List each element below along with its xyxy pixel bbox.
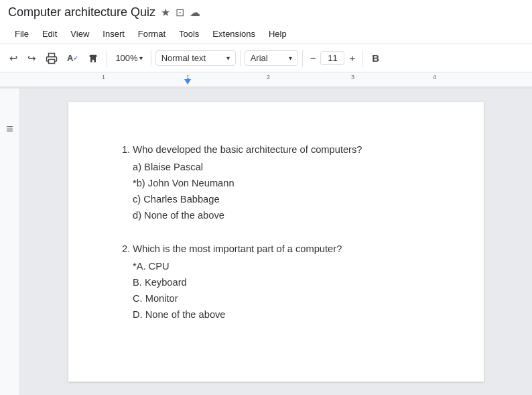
cloud-icon[interactable]: ☁ — [190, 6, 200, 19]
paintformat-button[interactable] — [84, 50, 103, 66]
menu-help[interactable]: Help — [262, 26, 293, 42]
menu-tools[interactable]: Tools — [172, 26, 206, 42]
font-dropdown[interactable]: Arial ▾ — [245, 50, 298, 66]
star-icon[interactable]: ★ — [161, 6, 170, 19]
svg-rect-0 — [49, 59, 55, 63]
style-arrow: ▾ — [226, 54, 230, 62]
question-2-body: Which is the most important part of a co… — [133, 243, 342, 254]
ruler: 1 1 2 3 4 — [0, 72, 532, 89]
font-size-value[interactable]: 11 — [320, 51, 344, 65]
undo-button[interactable]: ↩ — [5, 50, 22, 67]
question-2-number: 2. — [122, 243, 133, 254]
zoom-label: 100% — [115, 53, 137, 63]
style-label: Normal text — [161, 53, 206, 63]
question-2-text: 2. Which is the most important part of a… — [122, 241, 430, 256]
menu-edit[interactable]: Edit — [36, 26, 64, 42]
divider-2 — [151, 50, 151, 66]
question-1-body: Who developed the basic architecture of … — [133, 144, 362, 155]
document-title: Computer architecture Quiz — [8, 5, 155, 19]
menu-file[interactable]: File — [8, 26, 36, 42]
question-1-number: 1. — [122, 144, 133, 155]
ruler-ticks — [0, 72, 532, 88]
menu-insert[interactable]: Insert — [96, 26, 131, 42]
ruler-canvas: 1 1 2 3 4 — [0, 72, 532, 88]
menu-bar: File Edit View Insert Format Tools Exten… — [0, 24, 532, 44]
divider-3 — [240, 50, 241, 66]
font-arrow: ▾ — [289, 54, 292, 62]
sidebar: ≡ — [0, 89, 20, 395]
question-2-option-d: D. None of the above — [133, 307, 430, 322]
main-area: ≡ 1. Who developed the basic architectur… — [0, 89, 532, 395]
spellcheck-button[interactable]: A✓ — [63, 50, 82, 66]
question-1-option-d: d) None of the above — [133, 208, 430, 223]
question-2-option-c: C. Monitor — [133, 291, 430, 306]
redo-button[interactable]: ↪ — [23, 50, 40, 67]
divider-4 — [302, 50, 303, 66]
divider-1 — [107, 50, 107, 66]
question-2-option-b: B. Keyboard — [133, 275, 430, 290]
question-2: 2. Which is the most important part of a… — [122, 241, 430, 322]
toolbar: ↩ ↪ A✓ 100% ▾ Normal text ▾ Arial ▾ − 11… — [0, 44, 532, 72]
font-size-control: − 11 + — [307, 51, 359, 65]
zoom-control[interactable]: 100% ▾ — [111, 52, 146, 64]
document-content: 1. Who developed the basic architecture … — [68, 102, 484, 382]
title-bar: Computer architecture Quiz ★ ⊡ ☁ — [0, 0, 532, 24]
print-button[interactable] — [42, 50, 62, 67]
document-area[interactable]: 1. Who developed the basic architecture … — [20, 89, 532, 395]
font-size-decrease[interactable]: − — [307, 51, 320, 65]
question-2-option-a: *A. CPU — [133, 259, 430, 274]
sidebar-menu-icon[interactable]: ≡ — [6, 122, 13, 136]
font-size-increase[interactable]: + — [346, 51, 358, 65]
question-1-text: 1. Who developed the basic architecture … — [122, 142, 430, 157]
style-dropdown[interactable]: Normal text ▾ — [155, 50, 236, 66]
question-1-option-b: *b) John Von Neumann — [133, 176, 430, 190]
question-1: 1. Who developed the basic architecture … — [122, 142, 430, 223]
menu-view[interactable]: View — [64, 26, 96, 42]
menu-format[interactable]: Format — [131, 26, 172, 42]
zoom-arrow: ▾ — [139, 54, 143, 62]
question-1-option-a: a) Blaise Pascal — [133, 160, 430, 174]
question-1-option-c: c) Charles Babbage — [133, 192, 430, 207]
folder-icon[interactable]: ⊡ — [176, 6, 184, 19]
font-label: Arial — [251, 53, 268, 63]
divider-5 — [362, 50, 363, 66]
menu-extensions[interactable]: Extensions — [206, 26, 262, 42]
bold-button[interactable]: B — [367, 50, 384, 66]
